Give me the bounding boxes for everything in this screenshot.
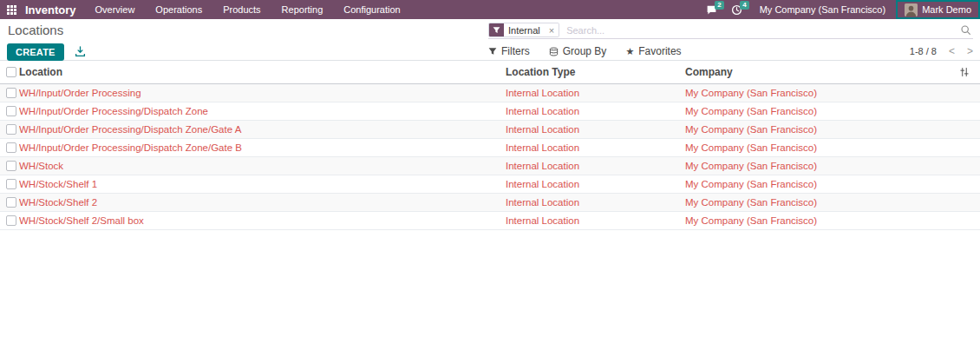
row-checkbox[interactable] (6, 179, 16, 189)
topbar-menu-item[interactable]: Operations (145, 0, 212, 19)
filter-facet-icon (489, 23, 504, 36)
app-name[interactable]: Inventory (23, 0, 85, 19)
top-navbar: Inventory Overview Operations Products R… (0, 0, 980, 19)
cell-location-type[interactable]: Internal Location (506, 142, 685, 153)
table-row[interactable]: WH/Stock Internal Location My Company (S… (0, 157, 980, 175)
cell-company[interactable]: My Company (San Francisco) (685, 142, 949, 153)
pager-previous-icon[interactable]: < (949, 46, 955, 56)
table-row[interactable]: WH/Input/Order Processing/Dispatch Zone/… (0, 121, 980, 139)
row-checkbox[interactable] (6, 106, 16, 116)
cell-location[interactable]: WH/Stock/Shelf 2 (19, 197, 506, 208)
export-icon[interactable] (75, 46, 86, 57)
cell-company[interactable]: My Company (San Francisco) (685, 161, 949, 171)
table-row[interactable]: WH/Input/Order Processing/Dispatch Zone … (0, 102, 980, 121)
facet-remove-icon[interactable]: × (545, 23, 559, 36)
table-row[interactable]: WH/Input/Order Processing/Dispatch Zone/… (0, 139, 980, 157)
topbar-menu-item[interactable]: Overview (85, 0, 146, 19)
optional-columns-icon[interactable] (949, 67, 980, 77)
row-checkbox[interactable] (6, 88, 16, 98)
search-input[interactable] (565, 23, 958, 37)
cell-company[interactable]: My Company (San Francisco) (685, 124, 949, 135)
pager-next-icon[interactable]: > (967, 46, 973, 56)
cell-location[interactable]: WH/Stock (19, 161, 506, 171)
search-facet-label: Internal (504, 23, 545, 36)
table-header-row: Location Location Type Company (0, 61, 980, 84)
select-all-checkbox[interactable] (6, 67, 16, 77)
cell-location[interactable]: WH/Stock/Shelf 2/Small box (19, 215, 506, 226)
cell-location-type[interactable]: Internal Location (506, 88, 685, 98)
favorites-button[interactable]: ★ Favorites (625, 45, 681, 57)
star-icon: ★ (625, 46, 634, 57)
column-header-location-type[interactable]: Location Type (506, 66, 685, 78)
table-row[interactable]: WH/Stock/Shelf 2 Internal Location My Co… (0, 194, 980, 212)
control-panel: Locations Internal × CREATE (0, 19, 980, 61)
cell-company[interactable]: My Company (San Francisco) (685, 88, 949, 98)
table-body: WH/Input/Order Processing Internal Locat… (0, 84, 980, 230)
row-checkbox[interactable] (6, 142, 16, 153)
table-row[interactable]: WH/Stock/Shelf 2/Small box Internal Loca… (0, 212, 980, 230)
cell-location[interactable]: WH/Input/Order Processing/Dispatch Zone/… (19, 142, 506, 153)
table-row[interactable]: WH/Input/Order Processing Internal Locat… (0, 84, 980, 102)
table-row[interactable]: WH/Stock/Shelf 1 Internal Location My Co… (0, 175, 980, 194)
filters-button[interactable]: Filters (488, 45, 530, 57)
search-facet: Internal × (488, 23, 559, 37)
column-header-company[interactable]: Company (685, 66, 949, 78)
search-bar[interactable]: Internal × (488, 22, 973, 39)
create-button[interactable]: CREATE (7, 43, 64, 61)
activities-button[interactable]: 4 (724, 0, 749, 19)
pager-range: 1-8 / 8 (910, 46, 937, 56)
group-by-label: Group By (563, 45, 607, 57)
topbar-menu-item[interactable]: Reporting (271, 0, 334, 19)
company-switcher[interactable]: My Company (San Francisco) (749, 0, 897, 19)
group-by-icon (549, 47, 559, 56)
cell-company[interactable]: My Company (San Francisco) (685, 215, 949, 226)
user-name: Mark Demo (922, 4, 971, 15)
cell-location-type[interactable]: Internal Location (506, 124, 685, 135)
cell-company[interactable]: My Company (San Francisco) (685, 197, 949, 208)
group-by-button[interactable]: Group By (549, 45, 607, 57)
cell-location[interactable]: WH/Input/Order Processing (19, 88, 506, 98)
user-avatar (905, 3, 918, 17)
cell-company[interactable]: My Company (San Francisco) (685, 179, 949, 189)
messages-count-badge: 2 (715, 1, 723, 10)
row-checkbox[interactable] (6, 124, 16, 135)
cell-location[interactable]: WH/Input/Order Processing/Dispatch Zone/… (19, 124, 506, 135)
filters-label: Filters (501, 45, 530, 57)
cell-location[interactable]: WH/Stock/Shelf 1 (19, 179, 506, 189)
locations-table: Location Location Type Company WH/Input/… (0, 61, 980, 230)
cell-location-type[interactable]: Internal Location (506, 106, 685, 116)
search-icon[interactable] (958, 24, 973, 36)
topbar-menu-item[interactable]: Configuration (333, 0, 410, 19)
row-checkbox[interactable] (6, 197, 16, 208)
filter-icon (488, 47, 497, 56)
apps-menu-button[interactable] (0, 0, 23, 19)
cell-location-type[interactable]: Internal Location (506, 179, 685, 189)
pager: 1-8 / 8 < > (910, 43, 973, 60)
user-menu[interactable]: Mark Demo (896, 0, 980, 19)
messages-button[interactable]: 2 (699, 0, 724, 19)
topbar-menu-item[interactable]: Products (212, 0, 271, 19)
cell-location[interactable]: WH/Input/Order Processing/Dispatch Zone (19, 106, 506, 116)
cell-location-type[interactable]: Internal Location (506, 161, 685, 171)
row-checkbox[interactable] (6, 161, 16, 171)
page-title: Locations (0, 23, 63, 37)
column-header-location[interactable]: Location (19, 66, 506, 78)
topbar-menu: Overview Operations Products Reporting C… (85, 0, 411, 19)
cell-location-type[interactable]: Internal Location (506, 215, 685, 226)
row-checkbox[interactable] (6, 215, 16, 226)
activities-count-badge: 4 (740, 1, 748, 10)
cell-location-type[interactable]: Internal Location (506, 197, 685, 208)
apps-grid-icon (7, 5, 16, 15)
favorites-label: Favorites (638, 45, 681, 57)
cell-company[interactable]: My Company (San Francisco) (685, 106, 949, 116)
